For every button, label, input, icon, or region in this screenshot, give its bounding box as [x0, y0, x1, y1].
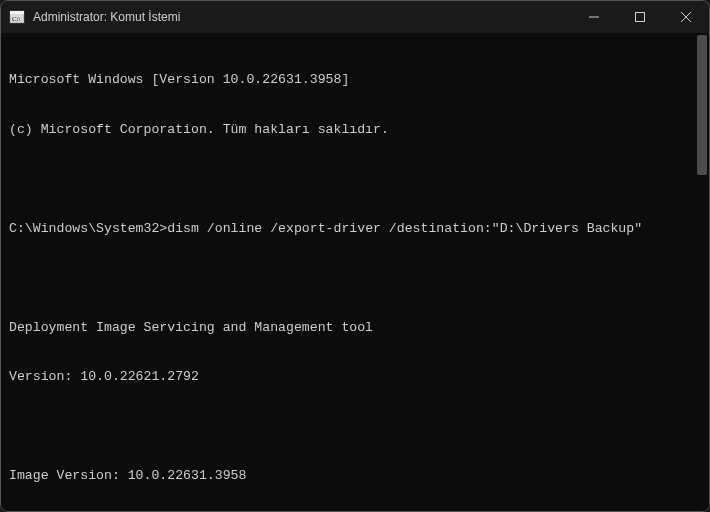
- terminal-output[interactable]: Microsoft Windows [Version 10.0.22631.39…: [1, 33, 709, 511]
- scrollbar-thumb[interactable]: [697, 35, 707, 175]
- cmd-icon: C:\: [9, 9, 25, 25]
- svg-text:C:\: C:\: [12, 15, 21, 23]
- output-line: Image Version: 10.0.22631.3958: [9, 468, 701, 485]
- output-line: Version: 10.0.22621.2792: [9, 369, 701, 386]
- output-blank: [9, 171, 701, 188]
- prompt-line: C:\Windows\System32>dism /online /export…: [9, 221, 701, 238]
- output-line: Microsoft Windows [Version 10.0.22631.39…: [9, 72, 701, 89]
- window-title: Administrator: Komut İstemi: [33, 10, 571, 24]
- window-controls: [571, 1, 709, 33]
- output-blank: [9, 270, 701, 287]
- prompt: C:\Windows\System32>: [9, 221, 167, 236]
- close-button[interactable]: [663, 1, 709, 33]
- output-blank: [9, 419, 701, 436]
- output-line: Deployment Image Servicing and Managemen…: [9, 320, 701, 337]
- maximize-button[interactable]: [617, 1, 663, 33]
- titlebar[interactable]: C:\ Administrator: Komut İstemi: [1, 1, 709, 33]
- scrollbar-track[interactable]: [695, 33, 709, 511]
- command: dism /online /export-driver /destination…: [167, 221, 642, 236]
- minimize-button[interactable]: [571, 1, 617, 33]
- svg-rect-4: [636, 13, 645, 22]
- terminal-window: C:\ Administrator: Komut İstemi Microsof…: [0, 0, 710, 512]
- svg-rect-1: [10, 11, 24, 14]
- output-line: (c) Microsoft Corporation. Tüm hakları s…: [9, 122, 701, 139]
